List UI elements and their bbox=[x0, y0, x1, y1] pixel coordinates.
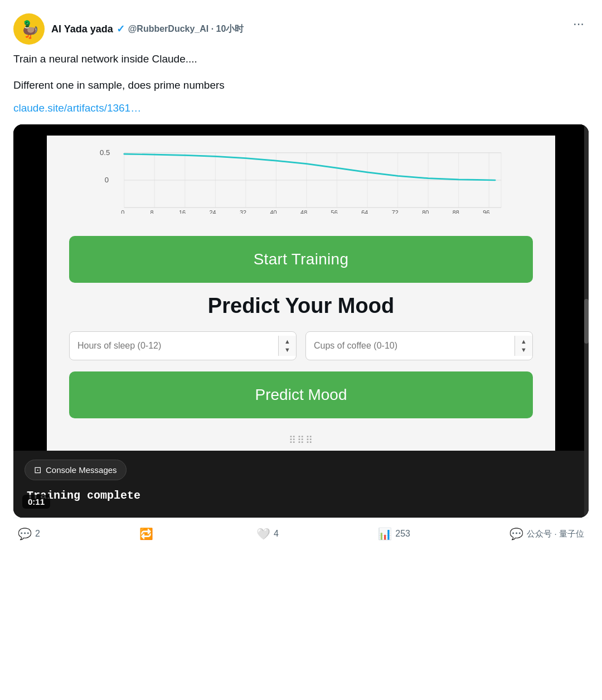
svg-text:32: 32 bbox=[240, 209, 246, 214]
predict-mood-button[interactable]: Predict Mood bbox=[69, 371, 533, 418]
buttons-area: Start Training Predict Your Mood ▲ ▼ ▲ bbox=[47, 225, 555, 429]
drag-handle[interactable]: ⠿⠿⠿ bbox=[47, 429, 555, 451]
start-training-button[interactable]: Start Training bbox=[69, 236, 533, 283]
tweet-line1: Train a neural network inside Claude.... bbox=[13, 51, 589, 67]
black-padding-top bbox=[13, 124, 589, 136]
coffee-input-wrapper: ▲ ▼ bbox=[305, 331, 533, 360]
user-handle-time: @RubberDucky_AI · 10小时 bbox=[128, 23, 244, 35]
scrollbar[interactable] bbox=[584, 124, 589, 518]
predict-mood-title: Predict Your Mood bbox=[69, 294, 533, 318]
console-output: Training complete bbox=[25, 489, 577, 502]
chart-icon: 📊 bbox=[378, 527, 392, 540]
svg-text:16: 16 bbox=[179, 209, 186, 214]
tweet-header-left: 🦆 AI Yada yada ✓ @RubberDucky_AI · 10小时 bbox=[13, 13, 244, 45]
chart-svg: 0.5 0 0 8 16 24 32 40 48 56 64 72 80 88 … bbox=[75, 147, 538, 214]
views-action[interactable]: 📊 253 bbox=[378, 527, 410, 540]
sleep-down-arrow[interactable]: ▼ bbox=[284, 346, 290, 354]
timestamp-badge: 0:11 bbox=[22, 495, 50, 509]
comment-count: 2 bbox=[35, 529, 40, 539]
coffee-input[interactable] bbox=[306, 332, 514, 360]
tweet-line2: Different one in sample, does prime numb… bbox=[13, 78, 589, 94]
coffee-down-arrow[interactable]: ▼ bbox=[521, 346, 527, 354]
more-button[interactable]: ··· bbox=[569, 13, 589, 33]
views-count: 253 bbox=[395, 529, 410, 539]
svg-text:24: 24 bbox=[209, 209, 216, 214]
sleep-up-arrow[interactable]: ▲ bbox=[284, 338, 290, 345]
tweet-card: 🦆 AI Yada yada ✓ @RubberDucky_AI · 10小时 … bbox=[0, 0, 602, 549]
scrollbar-thumb bbox=[584, 299, 589, 344]
weixin-icon: 💬 bbox=[509, 527, 523, 540]
svg-text:0: 0 bbox=[121, 209, 124, 214]
svg-text:72: 72 bbox=[392, 209, 399, 214]
retweet-action[interactable]: 🔁 bbox=[139, 527, 157, 540]
svg-text:64: 64 bbox=[361, 209, 368, 214]
console-messages-button[interactable]: ⊡ Console Messages bbox=[25, 460, 127, 480]
coffee-up-arrow[interactable]: ▲ bbox=[521, 338, 527, 345]
svg-text:0.5: 0.5 bbox=[100, 148, 110, 157]
chart-area: 0.5 0 0 8 16 24 32 40 48 56 64 72 80 88 … bbox=[47, 136, 555, 225]
svg-text:56: 56 bbox=[331, 209, 338, 214]
tweet-text: Train a neural network inside Claude....… bbox=[13, 51, 589, 93]
input-row: ▲ ▼ ▲ ▼ bbox=[69, 331, 533, 360]
console-icon: ⊡ bbox=[34, 465, 41, 475]
media-container: 0.5 0 0 8 16 24 32 40 48 56 64 72 80 88 … bbox=[13, 124, 589, 518]
svg-text:0: 0 bbox=[105, 176, 109, 184]
like-action[interactable]: 🤍 4 bbox=[256, 527, 279, 540]
svg-text:48: 48 bbox=[300, 209, 307, 214]
console-messages-label: Console Messages bbox=[46, 465, 117, 475]
svg-text:40: 40 bbox=[270, 209, 277, 214]
heart-icon: 🤍 bbox=[256, 527, 270, 540]
tweet-actions: 💬 2 🔁 🤍 4 📊 253 💬 公众号 · 量子位 bbox=[13, 518, 589, 549]
svg-text:80: 80 bbox=[422, 209, 429, 214]
comment-icon: 💬 bbox=[18, 527, 32, 540]
user-name: AI Yada yada bbox=[51, 23, 113, 35]
drag-dots-icon: ⠿⠿⠿ bbox=[289, 435, 314, 446]
weixin-badge: 💬 公众号 · 量子位 bbox=[509, 527, 584, 540]
sleep-input[interactable] bbox=[70, 332, 278, 360]
coffee-spinner[interactable]: ▲ ▼ bbox=[514, 336, 532, 356]
svg-text:8: 8 bbox=[151, 209, 154, 214]
verified-icon: ✓ bbox=[116, 23, 125, 35]
console-area: ⊡ Console Messages Training complete 0:1… bbox=[13, 451, 589, 518]
avatar: 🦆 bbox=[13, 13, 45, 45]
comment-action[interactable]: 💬 2 bbox=[18, 527, 40, 540]
weixin-source: 公众号 · 量子位 bbox=[527, 529, 584, 539]
tweet-header: 🦆 AI Yada yada ✓ @RubberDucky_AI · 10小时 … bbox=[13, 13, 589, 45]
app-area: 0.5 0 0 8 16 24 32 40 48 56 64 72 80 88 … bbox=[47, 136, 555, 451]
user-info: AI Yada yada ✓ @RubberDucky_AI · 10小时 bbox=[51, 23, 244, 35]
sleep-input-wrapper: ▲ ▼ bbox=[69, 331, 297, 360]
user-name-row: AI Yada yada ✓ @RubberDucky_AI · 10小时 bbox=[51, 23, 244, 35]
svg-text:96: 96 bbox=[483, 209, 489, 214]
tweet-link[interactable]: claude.site/artifacts/1361… bbox=[13, 102, 589, 114]
retweet-icon: 🔁 bbox=[139, 527, 153, 540]
like-count: 4 bbox=[274, 529, 279, 539]
svg-text:88: 88 bbox=[453, 209, 459, 214]
sleep-spinner[interactable]: ▲ ▼ bbox=[278, 336, 296, 356]
